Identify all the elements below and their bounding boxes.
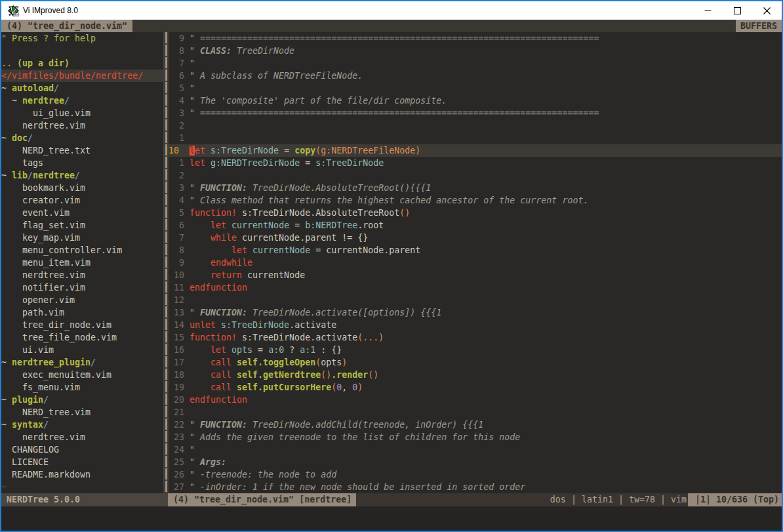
tree-item[interactable]: menu_controller.vim [1,244,163,256]
code-line[interactable]: 25 " Args: [169,456,782,468]
code-line[interactable]: 2 [169,119,782,132]
code-line[interactable]: 6 " A subclass of NERDTreeFileNode. [169,70,782,82]
line-number: 19 [169,381,190,394]
line-number: 10 [169,269,190,281]
code-line[interactable]: 4 " The 'composite' part of the file/dir… [169,94,782,107]
line-number: 26 [169,468,190,481]
tree-item[interactable]: flag_set.vim [1,219,163,232]
close-button[interactable] [752,1,782,20]
code-line[interactable]: 22 " FUNCTION: TreeDirNode.addChild(tree… [169,419,782,431]
code-line[interactable]: 4 " Class method that returns the highes… [169,194,782,207]
tree-item[interactable]: fs_menu.vim [1,381,163,394]
code-line[interactable]: 8 " CLASS: TreeDirNode [169,45,782,57]
code-line[interactable]: 3 " ====================================… [169,107,782,119]
tree-item[interactable]: creator.vim [1,194,163,207]
code-line[interactable]: 12 [169,294,782,306]
code-line[interactable]: 7 while currentNode.parent != {} [169,232,782,244]
line-number: 25 [169,456,190,468]
line-number: 5 [169,207,190,219]
tree-item[interactable]: tree_file_node.vim [1,331,163,344]
code-line[interactable]: 17 call self.toggleOpen(opts) [169,356,782,369]
tree-item[interactable]: NERD_tree.txt [1,144,163,157]
tree-item[interactable]: tree_dir_node.vim [1,319,163,331]
cursor-block: l [190,146,195,155]
maximize-button[interactable] [723,1,752,20]
code-line[interactable]: 24 " [169,443,782,456]
tree-item[interactable]: notifier.vim [1,281,163,294]
tree-item[interactable]: exec_menuitem.vim [1,369,163,381]
tree-item[interactable]: .. (up a dir) [1,57,163,70]
editor-panel: 9 " ====================================… [169,32,782,493]
code-line[interactable]: 1 let g:NERDTreeDirNode = s:TreeDirNode [169,157,782,169]
line-number: 10 [169,144,190,157]
window-vertical-separator[interactable] [163,32,169,493]
code-line[interactable]: 19 call self.putCursorHere(0, 0) [169,381,782,394]
code-line[interactable]: 3 " FUNCTION: TreeDirNode.AbsoluteTreeRo… [169,182,782,194]
code-line[interactable]: 11 endfunction [169,281,782,294]
code-line[interactable]: 18 call self.getNerdtree().render() [169,369,782,381]
code-line[interactable]: 26 " -treenode: the node to add [169,468,782,481]
tree-item[interactable]: nerdtree.vim [1,269,163,281]
line-number: 16 [169,344,190,356]
tree-item[interactable]: </vimfiles/bundle/nerdtree/ [1,70,163,82]
tree-item[interactable]: ui.vim [1,344,163,356]
code-line[interactable]: 21 [169,406,782,419]
tree-item[interactable]: menu_item.vim [1,256,163,269]
code-line[interactable]: 20 endfunction [169,394,782,406]
tree-item[interactable]: ~ syntax/ [1,419,163,431]
code-line[interactable]: 23 " Adds the given treenode to the list… [169,431,782,443]
buffers-tab[interactable]: BUFFERS [736,20,782,32]
code-line[interactable]: 14 unlet s:TreeDirNode.activate [169,319,782,331]
tree-item[interactable]: ~ nerdtree/ [1,94,163,107]
line-number: 24 [169,443,190,456]
code-line[interactable]: 27 " -inOrder: 1 if the new node should … [169,481,782,493]
tree-item[interactable]: nerdtree.vim [1,119,163,132]
code-line[interactable]: 13 " FUNCTION: TreeDirNode.activate([opt… [169,306,782,319]
tree-item[interactable]: ~ plugin/ [1,394,163,406]
tree-item[interactable]: opener.vim [1,294,163,306]
code-line[interactable]: 9 endwhile [169,256,782,269]
code-line[interactable]: 15 function! s:TreeDirNode.activate(...) [169,331,782,344]
code-line[interactable]: 2 [169,169,782,182]
tree-item[interactable]: ~ nerdtree_plugin/ [1,356,163,369]
line-number: 3 [169,182,190,194]
code-line[interactable]: 10 let s:TreeDirNode = copy(g:NERDTreeFi… [169,144,782,157]
command-line[interactable] [1,506,782,531]
tree-item[interactable]: key_map.vim [1,232,163,244]
tree-item[interactable] [1,45,163,57]
line-number: 14 [169,319,190,331]
line-number: 11 [169,281,190,294]
tree-item[interactable]: nerdtree.vim [1,431,163,443]
tree-item[interactable]: tags [1,157,163,169]
tree-item[interactable]: ~ [1,481,163,493]
tree-item[interactable]: ~ doc/ [1,132,163,144]
line-number: 17 [169,356,190,369]
title-bar[interactable]: im Vi IMproved 8.0 [1,1,782,20]
tree-item[interactable]: LICENCE [1,456,163,468]
tree-item[interactable]: event.vim [1,207,163,219]
code-line[interactable]: 5 " [169,82,782,94]
status-nerdtree-version: NERDTree 5.0.0 [1,493,168,506]
code-line[interactable]: 6 let currentNode = b:NERDTree.root [169,219,782,232]
code-line[interactable]: 16 let opts = a:0 ? a:1 : {} [169,344,782,356]
minimize-button[interactable] [693,1,723,20]
status-file-info: dos | latin1 | tw=78 | vim [550,493,687,506]
code-line[interactable]: 5 function! s:TreeDirNode.AbsoluteTreeRo… [169,207,782,219]
line-number: 12 [169,294,190,306]
tree-item[interactable]: ui_glue.vim [1,107,163,119]
tree-item[interactable]: " Press ? for help [1,32,163,45]
tree-item[interactable]: CHANGELOG [1,443,163,456]
code-line[interactable]: 1 [169,132,782,144]
line-number: 1 [169,157,190,169]
tree-item[interactable]: ~ autoload/ [1,82,163,94]
code-line[interactable]: 7 " [169,57,782,70]
tree-item[interactable]: NERD_tree.vim [1,406,163,419]
tab-tree-dir-node[interactable]: (4) "tree_dir_node.vim" [1,20,132,32]
code-line[interactable]: 9 " ====================================… [169,32,782,45]
code-line[interactable]: 8 let currentNode = currentNode.parent [169,244,782,256]
tree-item[interactable]: README.markdown [1,468,163,481]
code-line[interactable]: 10 return currentNode [169,269,782,281]
tree-item[interactable]: bookmark.vim [1,182,163,194]
tree-item[interactable]: path.vim [1,306,163,319]
tree-item[interactable]: ~ lib/nerdtree/ [1,169,163,182]
